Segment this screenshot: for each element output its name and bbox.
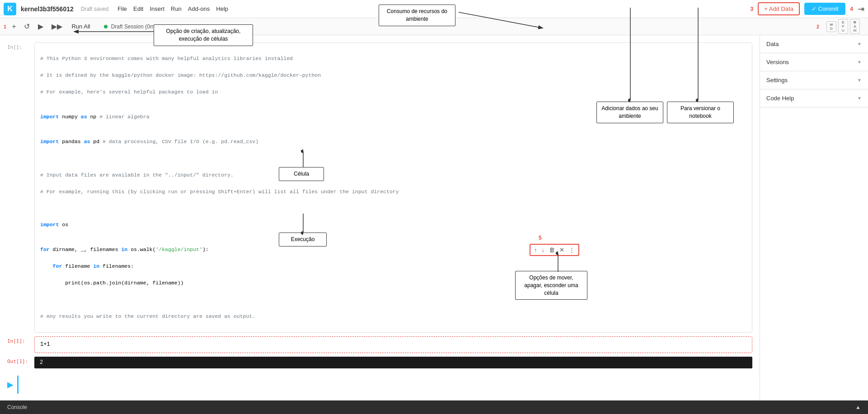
comment-3: # For example, here's several helpful pa… xyxy=(40,89,218,95)
panel-versions-section: Versions ▼ xyxy=(760,53,868,71)
code-np: numpy xyxy=(59,114,80,120)
menu-run[interactable]: Run xyxy=(171,5,182,12)
code-walk2: ): xyxy=(202,247,209,252)
kw-import1: import xyxy=(40,114,59,120)
cpu-meter: C PU xyxy=(838,19,848,34)
skip-button[interactable]: ▶▶ xyxy=(49,20,65,33)
code-filenames: filenames: xyxy=(99,263,134,269)
cell-2: In[1]: 1+1 xyxy=(0,336,760,353)
menu-edit[interactable]: Edit xyxy=(133,5,143,12)
panel-codehelp-chevron: ▼ xyxy=(857,96,862,101)
console-label: Console xyxy=(7,404,27,410)
console-chevron: ▲ xyxy=(855,404,861,410)
refresh-button[interactable]: ↺ xyxy=(21,20,33,33)
panel-data-label: Data xyxy=(766,41,779,47)
code-pd2: pd xyxy=(90,139,103,144)
cell-1-label: In[]: xyxy=(7,42,34,50)
notebook: In[]: # This Python 3 environment comes … xyxy=(0,35,760,400)
menu-bar: File Edit Insert Run Add-ons Help xyxy=(117,5,228,12)
menu-insert[interactable]: Insert xyxy=(150,5,164,12)
toolbar: 1 + ↺ ▶ ▶▶ Run All Draft Session (0m) 2 … xyxy=(0,18,868,35)
notebook-title[interactable]: kernel3b3f556012 xyxy=(21,5,74,13)
code-print: print(os.path.join(dirname, filename)) xyxy=(65,280,183,286)
kw-for2: for xyxy=(53,263,62,269)
panel-settings-section: Settings ▼ xyxy=(760,71,868,89)
output-value: 2 xyxy=(34,357,752,368)
resource-meters: H D C PU R AM xyxy=(822,19,864,34)
output-label: Out[1]: xyxy=(7,357,34,364)
comment-output: # Any results you write to the current d… xyxy=(40,313,255,319)
cpu-label: C xyxy=(840,20,846,24)
cell-1: In[]: # This Python 3 environment comes … xyxy=(0,42,760,333)
kaggle-logo: K xyxy=(4,3,16,15)
number4-label: 4 xyxy=(850,6,853,12)
add-data-button[interactable]: + Add Data xyxy=(758,2,800,15)
menu-file[interactable]: File xyxy=(117,5,127,12)
code-np2: np xyxy=(87,114,100,120)
kw-in1: in xyxy=(121,247,127,252)
comment-input1: # Input data files are available in the … xyxy=(40,172,234,178)
panel-settings-label: Settings xyxy=(766,77,788,84)
blank-7 xyxy=(40,280,65,286)
run-all-button[interactable]: Run All xyxy=(68,21,94,32)
hd-sub: D xyxy=(829,27,834,31)
panel-versions-header[interactable]: Versions ▼ xyxy=(760,53,868,71)
panel-codehelp-section: Code Help ▼ xyxy=(760,89,868,107)
comment-np: # linear algebra xyxy=(99,114,149,120)
topbar-right: 3 + Add Data ✓ Commit 4 ⇥ xyxy=(751,2,864,15)
run-button[interactable]: ▶ xyxy=(35,20,46,33)
panel-codehelp-label: Code Help xyxy=(766,95,794,102)
str-path: '/kaggle/input' xyxy=(155,247,202,252)
hd-label: H xyxy=(829,23,834,27)
code-os: os xyxy=(59,222,68,228)
session-dot xyxy=(104,25,108,28)
cell-2-content[interactable]: 1+1 xyxy=(34,336,752,353)
main-container: In[]: # This Python 3 environment comes … xyxy=(0,35,868,400)
menu-addons[interactable]: Add-ons xyxy=(188,5,210,12)
comment-2: # It is defined by the kaggle/python doc… xyxy=(40,72,321,78)
cell-1-content[interactable]: # This Python 3 environment comes with m… xyxy=(34,42,752,333)
code-walk: os.walk( xyxy=(127,247,155,252)
ram-meter: R AM xyxy=(850,19,860,34)
kw-as2: as xyxy=(84,139,90,144)
ram-label: R xyxy=(852,20,858,24)
code-for2: filename xyxy=(62,263,93,269)
panel-codehelp-header[interactable]: Code Help ▼ xyxy=(760,89,868,107)
empty-cell: ▶ xyxy=(0,376,760,394)
panel-data-section: Data ▼ xyxy=(760,35,868,53)
cell-2-label: In[1]: xyxy=(7,336,34,344)
comment-1: # This Python 3 environment comes with m… xyxy=(40,56,293,61)
kw-import2: import xyxy=(40,139,59,144)
kw-as1: as xyxy=(81,114,87,120)
kw-import3: import xyxy=(40,222,59,228)
comment-pd: # data processing, CSV file I/O (e.g. pd… xyxy=(103,139,258,144)
code-pd: pandas xyxy=(59,139,84,144)
ram-sub: AM xyxy=(852,24,858,33)
panel-settings-header[interactable]: Settings ▼ xyxy=(760,71,868,89)
code-for1: dirname, _, filenames xyxy=(50,247,122,252)
draft-saved-label: Draft saved xyxy=(81,6,108,12)
session-label: Draft Session (0m) xyxy=(111,23,156,30)
right-panel: Data ▼ Versions ▼ Settings ▼ Code Help ▼ xyxy=(760,35,868,400)
number1-label: 1 xyxy=(4,24,6,29)
blank-6 xyxy=(40,263,53,269)
panel-data-header[interactable]: Data ▼ xyxy=(760,35,868,53)
add-cell-button[interactable]: + xyxy=(9,21,19,33)
number3-label: 3 xyxy=(751,6,754,12)
cpu-sub: PU xyxy=(840,24,846,33)
console-bar[interactable]: Console ▲ xyxy=(0,400,868,414)
kw-in2: in xyxy=(93,263,99,269)
menu-help[interactable]: Help xyxy=(216,5,228,12)
sidebar-toggle-button[interactable]: ⇥ xyxy=(858,4,864,14)
commit-button[interactable]: ✓ Commit xyxy=(804,3,845,15)
panel-versions-chevron: ▼ xyxy=(857,60,862,65)
panel-settings-chevron: ▼ xyxy=(857,78,862,83)
empty-cell-input[interactable] xyxy=(17,376,752,394)
kw-for1: for xyxy=(40,247,50,252)
panel-data-chevron: ▼ xyxy=(857,42,862,47)
hd-meter: H D xyxy=(826,21,836,32)
panel-versions-label: Versions xyxy=(766,59,789,65)
number2-label: 2 xyxy=(816,24,819,29)
topbar: K kernel3b3f556012 Draft saved File Edit… xyxy=(0,0,868,18)
empty-cell-play-icon[interactable]: ▶ xyxy=(7,380,14,390)
